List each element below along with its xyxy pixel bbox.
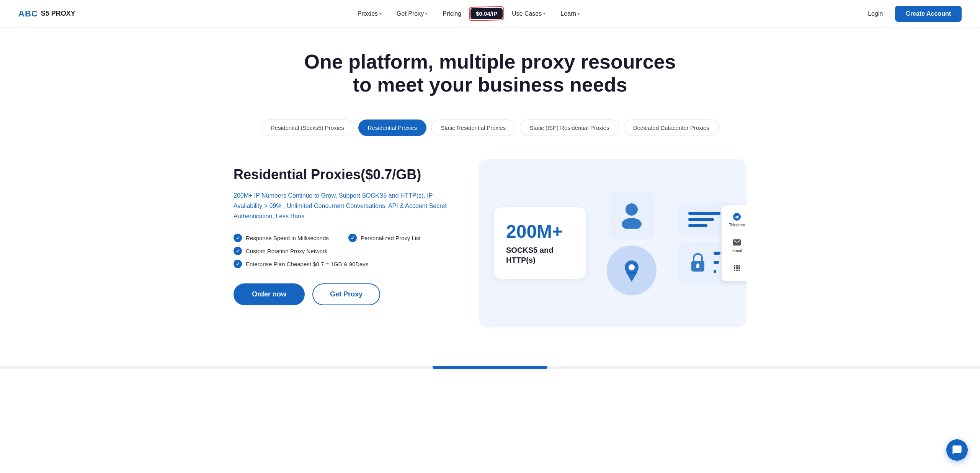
check-icon — [234, 234, 242, 242]
chevron-down-icon: ▾ — [379, 11, 381, 16]
stats-number: 200M+ — [506, 221, 573, 242]
tab-dedicated-datacenter[interactable]: Dedicated Datacenter Proxies — [624, 119, 719, 136]
stats-card: 200M+ SOCKS5 and HTTP(s) — [494, 207, 586, 279]
email-icon — [732, 238, 742, 247]
logo-s5: S5 PROXY — [41, 10, 75, 18]
nav-get-proxy[interactable]: Get Proxy ▾ — [390, 7, 433, 20]
check-icon — [348, 234, 357, 242]
features-grid: Response Speed in Milliseconds Personali… — [234, 234, 456, 268]
telegram-label: Telegram — [729, 223, 745, 227]
telegram-icon — [732, 212, 742, 221]
tab-static-isp[interactable]: Static (ISP) Residential Proxies — [520, 119, 619, 136]
hero-section: One platform, multiple proxy resources t… — [0, 28, 980, 112]
login-button[interactable]: Login — [862, 7, 889, 20]
logo-abc: ABC — [18, 9, 38, 19]
tab-residential-socks5[interactable]: Residential (Socks5) Proxies — [261, 119, 354, 136]
hero-title: One platform, multiple proxy resources t… — [299, 51, 681, 97]
product-title: Residential Proxies($0.7/GB) — [234, 167, 456, 183]
line-decoration — [688, 212, 720, 215]
feature-custom-rotation: Custom Rotation Proxy Network — [234, 247, 341, 255]
check-icon — [234, 247, 242, 255]
nav-right: Login Create Account — [862, 6, 962, 22]
chevron-down-icon: ▾ — [578, 11, 580, 16]
location-circle — [607, 246, 657, 295]
tab-residential[interactable]: Residential Proxies — [358, 119, 426, 136]
line-decoration — [714, 270, 716, 273]
nav-proxies-label: Proxies — [358, 10, 378, 17]
nav-pricing-label: Pricing — [443, 10, 461, 17]
logo[interactable]: ABC S5 PROXY — [18, 9, 75, 19]
apps-icon — [732, 264, 742, 273]
get-proxy-button[interactable]: Get Proxy — [312, 283, 380, 305]
line-decoration — [688, 224, 707, 227]
bottom-bar-inner — [433, 366, 547, 369]
nav-pricing[interactable]: Pricing — [436, 7, 467, 20]
right-panel: 200M+ SOCKS5 and HTTP(s) — [479, 159, 746, 327]
apps-icon-button[interactable] — [725, 260, 746, 278]
email-label: Email — [732, 249, 742, 253]
telegram-icon-button[interactable]: Telegram — [725, 208, 746, 231]
feature-enterprise-plan: Enterprise Plan Cheapest $0.7 = 1GB & 90… — [234, 260, 456, 268]
lock-icon — [688, 252, 707, 275]
left-panel: Residential Proxies($0.7/GB) 200M+ IP Nu… — [234, 159, 456, 306]
chevron-down-icon: ▾ — [543, 11, 545, 16]
nav-price-label: $0.04/IP — [476, 10, 497, 17]
feature-response-speed: Response Speed in Milliseconds — [234, 234, 341, 242]
line-decoration — [714, 252, 720, 255]
svg-point-3 — [629, 264, 635, 270]
feature-label: Personalized Proxy List — [361, 235, 421, 241]
nav-use-cases[interactable]: Use Cases ▾ — [506, 7, 551, 20]
nav-proxies[interactable]: Proxies ▾ — [351, 7, 387, 20]
feature-personalized-proxy: Personalized Proxy List — [348, 234, 456, 242]
visualization: 200M+ SOCKS5 and HTTP(s) — [494, 191, 731, 295]
filter-tabs: Residential (Socks5) Proxies Residential… — [0, 112, 980, 151]
bottom-bar — [0, 366, 980, 369]
nav-learn-label: Learn — [560, 10, 576, 17]
svg-point-7 — [697, 264, 699, 266]
check-icon — [234, 260, 242, 268]
product-description: 200M+ IP Numbers Continue to Grow, Suppo… — [234, 190, 456, 222]
email-icon-button[interactable]: Email — [725, 234, 746, 257]
nav-links: Proxies ▾ Get Proxy ▾ Pricing $0.04/IP U… — [351, 7, 586, 20]
navbar: ABC S5 PROXY Proxies ▾ Get Proxy ▾ Prici… — [0, 0, 980, 28]
order-now-button[interactable]: Order now — [234, 283, 305, 305]
nav-price-badge[interactable]: $0.04/IP — [470, 8, 503, 19]
feature-label: Enterprise Plan Cheapest $0.7 = 1GB & 90… — [246, 261, 369, 267]
vis-center — [595, 191, 668, 295]
line-decoration — [714, 261, 719, 264]
svg-point-0 — [626, 203, 638, 216]
feature-label: Custom Rotation Proxy Network — [246, 248, 327, 254]
main-content: Residential Proxies($0.7/GB) 200M+ IP Nu… — [203, 151, 777, 350]
create-account-button[interactable]: Create Account — [895, 6, 962, 22]
chevron-down-icon: ▾ — [425, 11, 427, 16]
line-decoration — [688, 218, 714, 221]
user-card — [609, 191, 655, 239]
nav-learn[interactable]: Learn ▾ — [554, 7, 586, 20]
stats-label: SOCKS5 and HTTP(s) — [506, 245, 573, 265]
nav-use-cases-label: Use Cases — [512, 10, 542, 17]
user-icon — [620, 202, 643, 229]
tab-static-residential[interactable]: Static Residential Proxies — [431, 119, 515, 136]
side-icons-panel: Telegram Email — [722, 205, 746, 281]
nav-get-proxy-label: Get Proxy — [397, 10, 424, 17]
location-pin-icon — [622, 259, 641, 282]
svg-marker-4 — [626, 272, 637, 282]
action-buttons: Order now Get Proxy — [234, 283, 456, 305]
svg-point-1 — [622, 218, 642, 229]
feature-label: Response Speed in Milliseconds — [246, 235, 329, 241]
